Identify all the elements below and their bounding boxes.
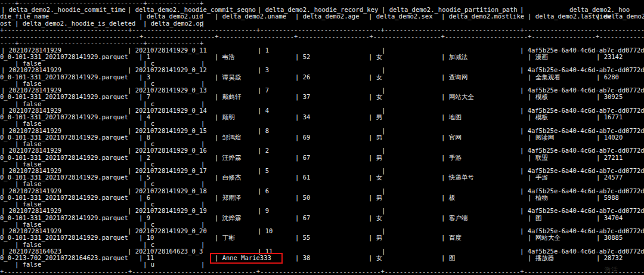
cell-age: | 61: [295, 174, 310, 181]
cell-mostlike: | 板: [441, 194, 455, 201]
border-line: ----+---------------------------------+-…: [0, 40, 644, 47]
terminal-line: | false| c|: [0, 120, 644, 127]
header-age: | delta_demo2.age: [295, 13, 359, 20]
cell-lastview: | 模板: [528, 94, 548, 100]
cell-uname: | 丁彬: [215, 234, 235, 241]
cell-record-key: | 1: [258, 47, 269, 54]
cell-record-key: | 9: [258, 208, 269, 214]
cell-totalcost: | 30925: [596, 94, 623, 100]
terminal-line: 0_0-101-331_20210728141929.parquet| 1| 韦…: [0, 54, 644, 60]
cell-sex: | 男: [369, 234, 382, 241]
table-border: ----+---------------------------------+-…: [0, 40, 203, 47]
cell-totalcost: | 16771: [596, 114, 623, 120]
terminal-line: 0_0-101-331_20210728141929.parquet| 2| 汪…: [0, 155, 644, 161]
cell-uid: | 10: [139, 234, 154, 241]
cell-record-key: | 7: [258, 87, 269, 94]
cell-sex: | 女: [369, 255, 382, 261]
cell-commit-time: | 20210728141929: [1, 208, 61, 214]
cell-is-deleted: | false: [15, 120, 41, 127]
cell-commit-time: | 20210728141929: [1, 147, 61, 154]
cell-uname: | 邹鸿煊: [215, 134, 241, 141]
cell-file-name-head: | 4af5b25e-6a40-4c6d-ab7c-dd0772d9facc-: [520, 147, 644, 154]
cell-sex: | 女: [369, 215, 382, 221]
terminal-line: 0_0-101-331_20210728141929.parquet| 5| 白…: [0, 174, 644, 181]
cell-record-key: | 5: [258, 168, 269, 174]
cell-totalcost: | 24577: [596, 174, 623, 181]
cell-lastview: | 全集观看: [528, 74, 561, 81]
cell-uname: | 韦浩: [215, 54, 235, 60]
terminal-line: 0_0-101-331_20210728141929.parquet| 4| 顾…: [0, 114, 644, 120]
cell-age: | 50: [295, 194, 310, 201]
cell-mostlike: | 加减法: [441, 54, 467, 60]
header-mostlike: | delta_demo2.mostlike: [441, 13, 524, 20]
column-separator: |: [201, 261, 205, 268]
cell-totalcost: | 23142: [596, 54, 623, 60]
cell-lastview: | 植物: [528, 194, 548, 201]
cell-sex: | 女: [369, 94, 382, 100]
cell-mostlike: | 快递单号: [441, 174, 474, 181]
cell-mostlike: | 手游: [441, 155, 462, 161]
terminal-screen: ----+---------------------------------+-…: [0, 0, 644, 275]
cell-file-name-tail: 0_0-101-331_20210728141929.parquet: [0, 234, 128, 241]
cell-sex: | 男: [369, 114, 382, 120]
terminal-line: 0_0-101-331_20210728141929.parquet| 9| 沈…: [0, 215, 644, 221]
terminal-line: 0_0-101-331_20210728141929.parquet| 10| …: [0, 234, 644, 241]
cell-lastview: | 阅读网: [528, 134, 554, 141]
cell-mostlike: | 官网: [441, 134, 462, 141]
cell-sex: | 男: [369, 155, 382, 161]
cell-sex: | 女: [369, 54, 382, 60]
cell-totalcost: | 6280: [596, 74, 619, 81]
cell-lastview: | 联盟: [528, 155, 548, 161]
cell-partition-path: |: [382, 67, 385, 73]
cell-is-deleted: | false: [15, 261, 41, 268]
cell-commit-seqno: | 20210728141929_0_12: [128, 67, 207, 73]
cell-uname: | 汪烨霖: [215, 155, 241, 161]
terminal-line: 0_0-101-331_20210728141929.parquet| 3| 谭…: [0, 74, 644, 81]
cell-age: | 55: [295, 234, 310, 241]
column-separator: |: [201, 120, 205, 127]
cell-lastview: | 模板: [528, 114, 548, 120]
cell-sex: | 女: [369, 174, 382, 181]
cell-totalcost: | 27211: [596, 155, 623, 161]
cell-op: | c: [143, 120, 154, 127]
cell-record-key: | 4: [258, 107, 269, 114]
cell-commit-seqno: | 20210728141929_0_16: [128, 147, 207, 154]
cell-mostlike: | 查询网: [441, 74, 467, 81]
cell-age: | 38: [295, 255, 310, 261]
cell-record-key: | 3: [258, 67, 269, 73]
cell-sex: | 男: [369, 134, 382, 141]
cell-totalcost: | 28732: [596, 255, 623, 261]
border-line: +---------------------------------+-----…: [0, 268, 644, 275]
cell-uname: | 郑雨泽: [215, 194, 241, 201]
cell-uname: | 白修杰: [215, 174, 241, 181]
cell-record-key: | 6: [258, 188, 269, 194]
cell-record-key: | 8: [258, 128, 269, 134]
terminal-line: | 20210728141929| 20210728141929_0_19| 9…: [0, 208, 644, 214]
cell-age: | 26: [295, 74, 310, 81]
annotation-box-anne-marie: [210, 253, 283, 264]
cell-totalcost: | 14020: [596, 134, 623, 141]
cell-age: | 37: [295, 94, 310, 100]
cell-commit-time: | 20210728141929: [1, 67, 61, 73]
cell-totalcost: | 30885: [596, 234, 623, 241]
cell-lastview: | 图: [528, 215, 541, 221]
cell-op: | u: [143, 261, 154, 268]
terminal-line: 0_0-213-702_20210728164623.parquet| 11| …: [0, 255, 644, 261]
cell-totalcost: | 34704: [596, 215, 623, 221]
cell-age: | 67: [295, 215, 310, 221]
cell-uname: | 谭昊焱: [215, 74, 241, 81]
cell-sex: | 男: [369, 194, 382, 201]
cell-uname: | 戴鹤轩: [215, 94, 241, 100]
cell-file-name-head: | 4af5b25e-6a40-4c6d-ab7c-dd0772d9facc-: [520, 67, 644, 73]
cell-partition-path: |: [382, 147, 385, 154]
cell-lastview: | 播放器: [528, 255, 554, 261]
cell-mostlike: | 地图: [441, 114, 462, 120]
cell-mostlike: | 百度: [441, 234, 462, 241]
cell-age: | 52: [295, 54, 310, 60]
cell-commit-seqno: | 20210728141929_0_19: [128, 208, 207, 214]
terminal-line: 0_0-101-331_20210728141929.parquet| 7| 戴…: [0, 94, 644, 100]
cell-lastview: | 手游: [528, 174, 548, 181]
cell-record-key: | 2: [258, 147, 269, 154]
cell-age: | 67: [295, 155, 310, 161]
terminal-line: | false| u|: [0, 261, 644, 268]
